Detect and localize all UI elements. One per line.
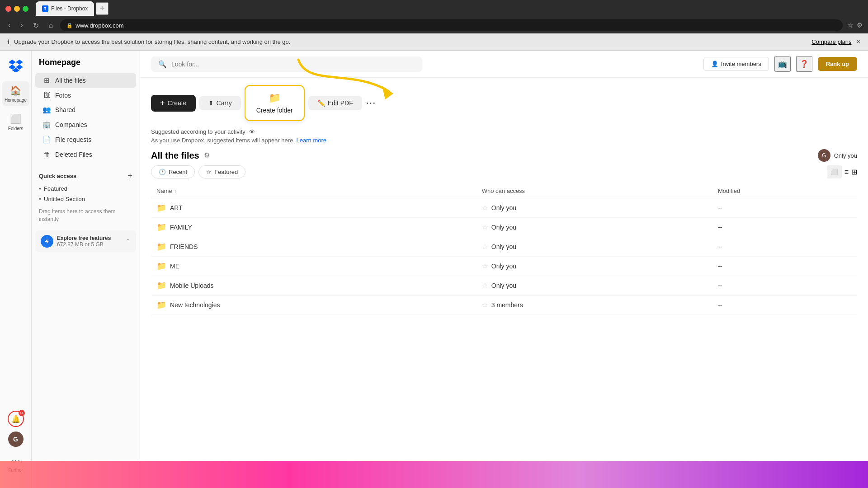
search-bar[interactable]: 🔍 [151,56,422,72]
explore-icon [41,235,53,248]
home-icon: 🏠 [10,85,21,96]
nav-home[interactable]: 🏠 Homepage [2,81,29,106]
browser-tab[interactable]: Files - Dropbox [36,1,94,16]
view-list-button[interactable]: ≡ [844,165,849,178]
create-folder-icon: 📁 [269,92,281,104]
svg-marker-0 [382,86,393,99]
modified-cell: -- [712,257,857,276]
table-row[interactable]: 📁 FAMILY ☆ Only you -- [151,218,857,237]
star-icon[interactable]: ☆ [482,262,488,270]
nav-folders[interactable]: ⬜ Folders [2,110,29,135]
reload-button[interactable]: ↻ [30,20,42,31]
help-button[interactable]: ❓ [796,56,812,72]
star-icon[interactable]: ☆ [482,301,488,309]
star-icon[interactable]: ☆ [482,223,488,231]
folders-icon: ⬜ [10,113,21,124]
back-button[interactable]: ‹ [5,20,13,30]
compare-plans-link[interactable]: Compare plans [811,38,851,45]
invite-members-button[interactable]: 👤 Invite members [703,57,769,71]
view-grid-button[interactable]: ⬜ [827,165,842,178]
fotos-icon: 🖼 [42,91,51,99]
search-input[interactable] [171,61,415,68]
home-button[interactable]: ⌂ [46,20,56,30]
sidebar-featured[interactable]: ▾ Featured [32,183,140,194]
featured-chevron: ▾ [39,186,41,191]
sidebar-item-all-files[interactable]: ⊞ All the files [35,73,136,88]
sidebar-item-shared[interactable]: 👥 Shared [35,103,136,117]
star-icon[interactable]: ☆ [482,282,488,290]
table-row[interactable]: 📁 ART ☆ Only you -- [151,198,857,218]
explore-features-bar[interactable]: Explore free features 672.87 MB or 5 GB … [35,230,136,252]
sidebar-item-deleted-files[interactable]: 🗑 Deleted Files [35,147,136,161]
notifications-button[interactable]: 🔔 14 [8,411,24,427]
access-value: Only you [491,224,516,231]
folder-icon: 📁 [156,222,166,232]
folder-icon: 📁 [156,281,166,291]
top-actions-bar: 🔍 👤 Invite members 📺 ❓ Rank up [140,51,868,78]
edit-pdf-button[interactable]: ✏️ Edit PDF [308,96,362,110]
filter-featured[interactable]: ☆ Featured [198,165,245,178]
table-row[interactable]: 📁 FRIENDS ☆ Only you -- [151,237,857,257]
suggested-header: Suggested according to your activity 👁 [151,128,857,135]
sidebar-item-companies[interactable]: 🏢 Companies [35,117,136,132]
sidebar-untitled-section[interactable]: ▾ Untitled Section [32,194,140,204]
name-column-header[interactable]: Name ↑ [151,184,476,198]
learn-more-link[interactable]: Learn more [297,137,326,144]
explore-text: Explore free features 672.87 MB or 5 GB [57,235,111,248]
create-button[interactable]: + Create [151,95,196,112]
files-settings-icon[interactable]: ⚙ [204,151,210,160]
notification-text: Upgrade your Dropbox to access the best … [14,38,807,45]
access-cell: ☆ Only you [482,282,707,290]
access-value: Only you [491,263,516,270]
deleted-files-icon: 🗑 [42,150,51,158]
access-value: Only you [491,282,516,289]
minimize-window-button[interactable] [14,6,20,12]
companies-icon: 🏢 [42,121,51,129]
access-value: 3 members [491,301,523,309]
untitled-chevron: ▾ [39,197,41,202]
new-tab-button[interactable]: + [96,2,108,15]
suggested-title: Suggested according to your activity [151,128,245,135]
access-value: Only you [491,243,516,250]
file-name-cell: 📁 ART [156,203,471,213]
user-avatar[interactable]: G [8,432,24,447]
sidebar-companies-label: Companies [55,121,87,128]
bookmark-icon[interactable]: ☆ [847,21,853,29]
create-folder-button[interactable]: 📁 Create folder [245,85,305,121]
star-icon[interactable]: ☆ [482,243,488,251]
more-options-button[interactable]: ⋯ [362,95,379,111]
carry-upload-icon: ⬆ [208,99,214,107]
present-button[interactable]: 📺 [774,56,791,72]
sidebar-item-file-requests[interactable]: 📄 File requests [35,132,136,147]
dropbox-favicon [42,5,48,12]
file-name-cell: 📁 ME [156,261,471,271]
table-row[interactable]: 📁 ME ☆ Only you -- [151,257,857,276]
file-name-cell: 📁 New technologies [156,300,471,310]
close-window-button[interactable] [5,6,11,12]
suggested-section: Suggested according to your activity 👁 A… [140,125,868,145]
folder-icon: 📁 [156,203,166,213]
notification-close-button[interactable]: × [856,37,861,47]
modified-cell: -- [712,237,857,257]
add-quick-access-button[interactable]: + [127,171,132,181]
star-icon[interactable]: ☆ [482,204,488,212]
view-columns-button[interactable]: ⊞ [851,165,857,178]
sidebar-title: Homepage [32,58,140,73]
table-row[interactable]: 📁 New technologies ☆ 3 members -- [151,296,857,315]
access-label: Only you [834,152,857,159]
info-icon: ℹ [7,38,9,46]
file-name: FAMILY [170,224,192,231]
maximize-window-button[interactable] [23,6,28,12]
address-bar[interactable]: 🔒 www.dropbox.com [60,19,843,31]
table-row[interactable]: 📁 Mobile Uploads ☆ Only you -- [151,276,857,296]
carry-button[interactable]: ⬆ Carry [199,96,241,110]
dropbox-logo[interactable] [8,58,24,74]
sidebar-item-fotos[interactable]: 🖼 Fotos [35,88,136,102]
rank-up-button[interactable]: Rank up [818,57,857,71]
forward-button[interactable]: › [18,20,25,30]
extensions-icon[interactable]: ⚙ [857,21,863,29]
filter-recent[interactable]: 🕐 Recent [151,165,195,178]
files-section: All the files ⚙ G Only you 🕐 Recent ☆ Fe… [140,145,868,319]
search-icon: 🔍 [158,60,167,68]
quick-access-label: Quick access [39,173,76,179]
